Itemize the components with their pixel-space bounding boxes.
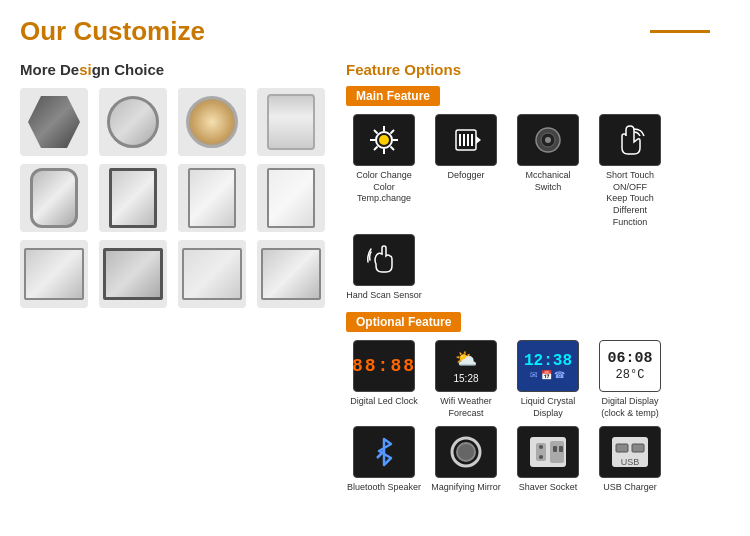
svg-point-26 — [539, 455, 543, 459]
title-plain: Our — [20, 16, 73, 46]
short-touch-icon — [599, 114, 661, 166]
svg-line-5 — [374, 130, 378, 134]
main-feature-badge: Main Feature — [346, 86, 440, 106]
title-bold: Customize — [73, 16, 204, 46]
round-mirror-icon — [107, 96, 159, 148]
feature-title-end: Options — [400, 61, 461, 78]
defogger-label: Defogger — [447, 170, 484, 182]
feature-usb: USB USB Charger — [592, 426, 668, 494]
rect-lamp-mirror-icon — [267, 94, 315, 150]
color-change-icon — [353, 114, 415, 166]
plain-rect-mirror-icon — [109, 168, 157, 228]
usb-charger-icon: USB — [599, 426, 661, 478]
list-item — [99, 88, 167, 156]
weather-display: ⛅ 15:28 — [453, 347, 478, 386]
feature-short-touch: Short Touch ON/OFFKeep Touch DifferentFu… — [592, 114, 668, 228]
list-item — [257, 88, 325, 156]
digital-temp: 28°C — [607, 368, 652, 384]
digital-display-icon: 06:08 28°C — [599, 340, 661, 392]
square-mirror-3-icon — [182, 248, 242, 300]
optional-feature-badge: Optional Feature — [346, 312, 461, 332]
svg-point-25 — [539, 445, 543, 449]
feature-hand-scan: Hand Scan Sensor — [346, 234, 422, 302]
svg-text:USB: USB — [621, 457, 640, 467]
short-touch-label: Short Touch ON/OFFKeep Touch DifferentFu… — [592, 170, 668, 228]
feature-wifi-weather: ⛅ 15:28 Wifi Weather Forecast — [428, 340, 504, 419]
design-row-1 — [20, 88, 330, 156]
lcd-icon: 12:38 ✉ 📅 ☎ — [517, 340, 579, 392]
bluetooth-label: Bluetooth Speaker — [347, 482, 421, 494]
feature-shaver: Shaver Socket — [510, 426, 586, 494]
color-change-label: Color ChangeColor Temp.change — [346, 170, 422, 205]
svg-point-9 — [379, 135, 389, 145]
page: Our Customize More Design Choice — [0, 0, 750, 536]
weather-icon: ⛅ — [453, 347, 478, 372]
led-clock-display: 88:88 — [352, 356, 416, 376]
page-title: Our Customize — [20, 16, 205, 47]
shaver-socket-icon — [517, 426, 579, 478]
bulb-rect-mirror-icon — [267, 168, 315, 228]
list-item — [257, 164, 325, 232]
list-item — [99, 164, 167, 232]
square-mirror-1-icon — [24, 248, 84, 300]
circle-lit-mirror-icon — [186, 96, 238, 148]
list-item — [20, 240, 88, 308]
list-item — [178, 88, 246, 156]
header: Our Customize — [20, 16, 730, 47]
feature-section-title: Feature Options — [346, 61, 730, 78]
svg-rect-32 — [632, 444, 644, 452]
magnify-label: Magnifying Mirror — [431, 482, 501, 494]
weather-time: 15:28 — [453, 372, 478, 386]
usb-label: USB Charger — [603, 482, 657, 494]
square-mirror-4-icon — [261, 248, 321, 300]
feature-mechanical-switch: McchanicalSwitch — [510, 114, 586, 228]
led-clock-icon: 88:88 — [353, 340, 415, 392]
digital-display-content: 06:08 28°C — [607, 349, 652, 384]
design-row-2 — [20, 164, 330, 232]
design-row-3 — [20, 240, 330, 308]
svg-rect-31 — [616, 444, 628, 452]
hexagon-mirror-icon — [28, 96, 80, 148]
header-line — [650, 30, 710, 33]
right-column: Feature Options Main Feature — [346, 61, 730, 499]
svg-rect-29 — [559, 446, 563, 452]
lcd-display: 12:38 ✉ 📅 ☎ — [524, 352, 572, 380]
svg-line-8 — [374, 147, 378, 151]
svg-line-6 — [391, 147, 395, 151]
bluetooth-icon — [353, 426, 415, 478]
svg-line-7 — [391, 130, 395, 134]
svg-rect-28 — [553, 446, 557, 452]
digital-display-label: Digital Display(clock & temp) — [601, 396, 659, 419]
hand-scan-icon — [353, 234, 415, 286]
feature-bluetooth: Bluetooth Speaker — [346, 426, 422, 494]
optional-feature-label: Optional Feature — [346, 312, 730, 340]
svg-point-22 — [458, 444, 474, 460]
lcd-time: 12:38 — [524, 352, 572, 370]
feature-title-bold: Feature — [346, 61, 400, 78]
feature-digital-display: 06:08 28°C Digital Display(clock & temp) — [592, 340, 668, 419]
design-section-title: More Design Choice — [20, 61, 330, 78]
main-content: More Design Choice — [20, 61, 730, 499]
shaver-label: Shaver Socket — [519, 482, 578, 494]
feature-magnify: Magnifying Mirror — [428, 426, 504, 494]
main-features-row: Color ChangeColor Temp.change — [346, 114, 730, 302]
defogger-icon — [435, 114, 497, 166]
feature-defogger: Defogger — [428, 114, 504, 228]
main-feature-label: Main Feature — [346, 86, 730, 114]
round-rect-mirror-icon — [30, 168, 78, 228]
lcd-label: Liquid Crystal Display — [510, 396, 586, 419]
feature-lcd: 12:38 ✉ 📅 ☎ Liquid Crystal Display — [510, 340, 586, 419]
feature-color-change: Color ChangeColor Temp.change — [346, 114, 422, 228]
feature-led-clock: 88:88 Digital Led Clock — [346, 340, 422, 419]
led-clock-label: Digital Led Clock — [350, 396, 418, 408]
hand-scan-label: Hand Scan Sensor — [346, 290, 422, 302]
mechanical-switch-label: McchanicalSwitch — [525, 170, 570, 193]
optional-features-row1: 88:88 Digital Led Clock ⛅ 15:28 Wifi Wea… — [346, 340, 730, 419]
svg-marker-15 — [476, 136, 481, 144]
svg-point-18 — [545, 137, 551, 143]
mechanical-switch-icon — [517, 114, 579, 166]
list-item — [99, 240, 167, 308]
digital-time: 06:08 — [607, 349, 652, 369]
optional-features-row2: Bluetooth Speaker Magnifying Mirror — [346, 426, 730, 494]
list-item — [20, 88, 88, 156]
